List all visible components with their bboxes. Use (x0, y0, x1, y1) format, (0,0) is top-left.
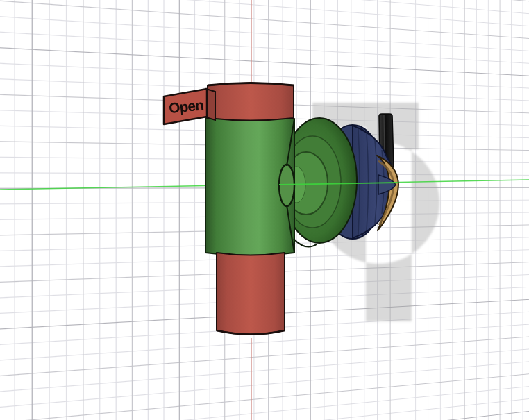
top-red-cap[interactable] (208, 83, 294, 121)
bottom-red-pipe[interactable] (217, 253, 285, 335)
valve-body-lens (279, 165, 294, 206)
cad-3d-canvas[interactable]: Open (0, 0, 529, 420)
model-scene: Open (0, 0, 529, 420)
